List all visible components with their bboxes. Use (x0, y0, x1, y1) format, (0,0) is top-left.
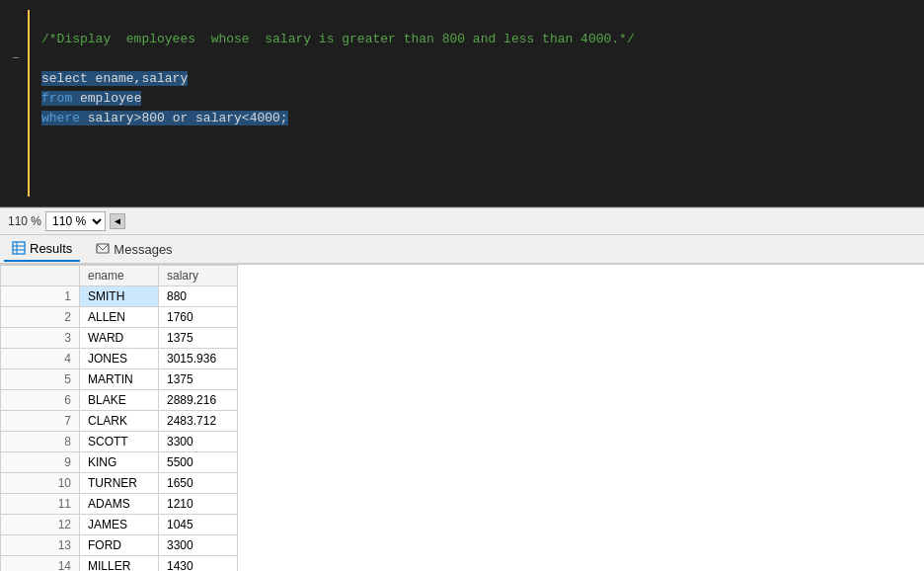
row-number: 10 (1, 473, 80, 494)
cell-salary: 1375 (159, 328, 238, 349)
table-row[interactable]: 11ADAMS1210 (1, 494, 238, 515)
scroll-left-arrow[interactable]: ◀ (110, 213, 125, 229)
row-number: 2 (1, 307, 80, 328)
svg-rect-0 (13, 242, 25, 254)
tab-messages[interactable]: Messages (88, 238, 180, 261)
cell-salary: 1650 (159, 473, 238, 494)
statusbar: 110 % 110 % 100 % 75 % 50 % ◀ (0, 207, 924, 235)
results-area[interactable]: ename salary 1SMITH8802ALLEN17603WARD137… (0, 265, 924, 571)
table-row[interactable]: 7CLARK2483.712 (1, 411, 238, 432)
comment-line: /*Display employees whose salary is grea… (41, 32, 635, 46)
row-number: 3 (1, 328, 80, 349)
select-keyword: select ename,salary (41, 71, 188, 86)
code-content[interactable]: /*Display employees whose salary is grea… (30, 10, 924, 197)
row-number: 9 (1, 452, 80, 473)
message-icon (96, 242, 110, 256)
zoom-select[interactable]: 110 % 100 % 75 % 50 % (45, 211, 106, 231)
table-row[interactable]: 6BLAKE2889.216 (1, 390, 238, 411)
table-row[interactable]: 9KING5500 (1, 452, 238, 473)
cell-ename: JAMES (80, 515, 159, 535)
row-number: 5 (1, 369, 80, 390)
row-number: 4 (1, 349, 80, 369)
cell-ename: FORD (80, 535, 159, 556)
cell-salary: 3300 (159, 432, 238, 452)
where-line: where salary>800 or salary<4000; (41, 111, 288, 125)
table-row[interactable]: 8SCOTT3300 (1, 432, 238, 452)
from-line: from employee (41, 91, 141, 106)
cell-ename: ALLEN (80, 307, 159, 328)
cell-salary: 1430 (159, 556, 238, 572)
table-row[interactable]: 10TURNER1650 (1, 473, 238, 494)
cell-salary: 1045 (159, 515, 238, 535)
cell-ename: SMITH (80, 286, 159, 307)
zoom-label: 110 % (8, 214, 41, 228)
table-header-row: ename salary (1, 266, 238, 286)
cell-ename: SCOTT (80, 432, 159, 452)
code-editor[interactable]: − /*Display employees whose salary is gr… (0, 0, 924, 207)
cell-salary: 2483.712 (159, 411, 238, 432)
table-row[interactable]: 5MARTIN1375 (1, 369, 238, 390)
table-row[interactable]: 13FORD3300 (1, 535, 238, 556)
cell-ename: TURNER (80, 473, 159, 494)
row-number: 14 (1, 556, 80, 572)
cell-ename: ADAMS (80, 494, 159, 515)
tab-messages-label: Messages (114, 242, 172, 257)
cell-salary: 1760 (159, 307, 238, 328)
table-row[interactable]: 12JAMES1045 (1, 515, 238, 535)
cell-ename: MILLER (80, 556, 159, 572)
cell-ename: KING (80, 452, 159, 473)
row-number: 8 (1, 432, 80, 452)
tabs-bar: Results Messages (0, 235, 924, 265)
row-number: 13 (1, 535, 80, 556)
results-table: ename salary 1SMITH8802ALLEN17603WARD137… (0, 265, 238, 571)
tab-results[interactable]: Results (4, 237, 80, 262)
cell-ename: JONES (80, 349, 159, 369)
row-number: 11 (1, 494, 80, 515)
row-number: 7 (1, 411, 80, 432)
col-rownum (1, 266, 80, 286)
cell-salary: 3015.936 (159, 349, 238, 369)
cell-ename: CLARK (80, 411, 159, 432)
line-numbers: − (0, 10, 30, 197)
col-ename: ename (80, 266, 159, 286)
cell-ename: WARD (80, 328, 159, 349)
row-number: 1 (1, 286, 80, 307)
row-number: 12 (1, 515, 80, 535)
cell-ename: BLAKE (80, 390, 159, 411)
table-row[interactable]: 3WARD1375 (1, 328, 238, 349)
row-number: 6 (1, 390, 80, 411)
table-row[interactable]: 1SMITH880 (1, 286, 238, 307)
col-salary: salary (159, 266, 238, 286)
table-row[interactable]: 2ALLEN1760 (1, 307, 238, 328)
table-row[interactable]: 14MILLER1430 (1, 556, 238, 572)
cell-salary: 880 (159, 286, 238, 307)
table-icon (12, 241, 26, 255)
cell-ename: MARTIN (80, 369, 159, 390)
cell-salary: 5500 (159, 452, 238, 473)
tab-results-label: Results (30, 241, 72, 256)
cell-salary: 1210 (159, 494, 238, 515)
cell-salary: 3300 (159, 535, 238, 556)
cell-salary: 2889.216 (159, 390, 238, 411)
table-row[interactable]: 4JONES3015.936 (1, 349, 238, 369)
cell-salary: 1375 (159, 369, 238, 390)
